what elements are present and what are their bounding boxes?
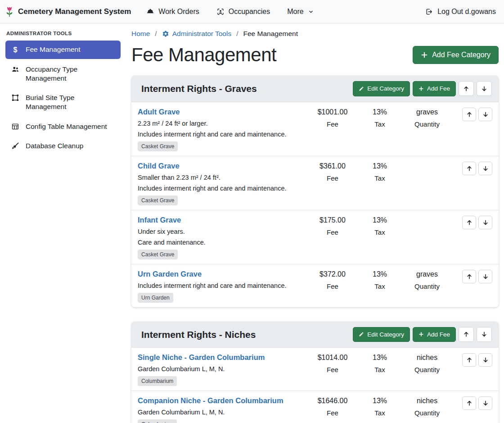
add-fee-button[interactable]: Add Fee <box>413 327 456 342</box>
move-category-up-button[interactable] <box>459 81 474 96</box>
fee-category-card-niches: Interment Rights - Niches Edit Category … <box>131 322 499 423</box>
fee-description: Garden Columbarium L, M, N. <box>138 366 306 373</box>
tax-column: 13% Tax <box>359 353 400 373</box>
fee-reorder-controls <box>454 216 492 229</box>
move-fee-up-button[interactable] <box>462 396 476 410</box>
quantity-unit: graves <box>400 270 454 278</box>
fee-type-badge: Urn Garden <box>138 293 173 303</box>
breadcrumb-home-link[interactable]: Home <box>131 30 150 38</box>
nav-work-orders[interactable]: Work Orders <box>146 8 199 16</box>
sidebar-item-fee-management[interactable]: $ Fee Management <box>5 41 121 59</box>
move-fee-down-button[interactable] <box>478 216 492 229</box>
move-category-up-button[interactable] <box>459 327 474 342</box>
fee-description: Care and maintenance. <box>138 239 306 246</box>
category-header: Interment Rights - Niches Edit Category … <box>131 322 499 348</box>
app-title: Cemetery Management System <box>18 7 131 16</box>
quantity-column: graves Quantity <box>400 270 454 290</box>
add-fee-button[interactable]: Add Fee <box>413 81 456 96</box>
fee-name-link[interactable]: Infant Grave <box>138 216 181 224</box>
arrow-down-icon <box>482 357 489 363</box>
fee-description: Under six years. <box>138 228 306 235</box>
move-fee-up-button[interactable] <box>462 162 476 175</box>
fee-details: Adult Grave 2.23 m² / 24 ft² or larger. … <box>138 108 306 151</box>
tulip-logo-icon <box>4 6 14 18</box>
tax-value: 13% <box>359 353 400 362</box>
arrow-down-icon <box>482 400 489 406</box>
quantity-unit: niches <box>400 353 454 362</box>
tax-label: Tax <box>359 228 400 236</box>
broom-icon <box>11 142 20 150</box>
tax-column: 13% Tax <box>359 270 400 290</box>
fee-row: Infant Grave Under six years. Care and m… <box>131 210 499 264</box>
fee-amount-label: Fee <box>306 174 359 182</box>
quantity-label: Quantity <box>400 409 454 417</box>
breadcrumb-separator: / <box>155 30 157 38</box>
move-category-down-button[interactable] <box>477 81 492 96</box>
fee-row: Child Grave Smaller than 2.23 m² / 24 ft… <box>131 156 499 210</box>
tax-value: 13% <box>359 270 400 278</box>
nav-more-label: More <box>287 8 303 16</box>
fee-reorder-controls <box>454 396 492 410</box>
fee-category-card-graves: Interment Rights - Graves Edit Category … <box>131 76 499 307</box>
fee-description: Includes interment right and care and ma… <box>138 282 306 289</box>
tax-value: 13% <box>359 162 400 170</box>
fee-amount: $1014.00 <box>306 353 359 362</box>
nav-more[interactable]: More <box>287 8 314 16</box>
arrow-down-icon <box>482 219 489 226</box>
vector-square-icon <box>11 94 20 102</box>
move-fee-up-button[interactable] <box>462 108 476 121</box>
breadcrumb-current: Fee Management <box>243 30 298 38</box>
arrow-down-icon <box>482 111 489 118</box>
move-fee-up-button[interactable] <box>462 270 476 283</box>
edit-category-button[interactable]: Edit Category <box>353 81 410 96</box>
breadcrumb-admin-tools-link[interactable]: Administrator Tools <box>162 30 232 38</box>
move-fee-up-button[interactable] <box>462 353 476 367</box>
move-fee-down-button[interactable] <box>478 353 492 367</box>
fee-amount-column: $1014.00 Fee <box>306 353 359 373</box>
main-content: Home / Administrator Tools / Fee Managem… <box>126 23 504 423</box>
move-fee-down-button[interactable] <box>478 108 492 121</box>
fee-name-link[interactable]: Adult Grave <box>138 108 180 116</box>
arrow-up-icon <box>463 331 469 337</box>
move-fee-down-button[interactable] <box>478 270 492 283</box>
move-fee-down-button[interactable] <box>478 162 492 175</box>
fee-amount-column: $175.00 Fee <box>306 216 359 236</box>
quantity-column: niches Quantity <box>400 396 454 417</box>
sidebar-item-config-table-management[interactable]: Config Table Management <box>5 118 121 136</box>
arrow-up-icon <box>466 273 472 280</box>
logout-icon <box>425 8 433 16</box>
fee-amount: $1001.00 <box>306 108 359 116</box>
arrow-up-icon <box>466 400 472 406</box>
sidebar-item-burial-site-type-management[interactable]: Burial Site Type Management <box>5 89 121 116</box>
tax-column: 13% Tax <box>359 108 400 128</box>
tax-label: Tax <box>359 174 400 182</box>
quantity-label: Quantity <box>400 282 454 290</box>
fee-details: Urn Garden Grave Includes interment righ… <box>138 270 306 303</box>
fee-name-link[interactable]: Child Grave <box>138 162 180 170</box>
category-title: Interment Rights - Niches <box>141 328 256 341</box>
sidebar-heading: ADMINISTRATOR TOOLS <box>6 31 120 36</box>
fee-name-link[interactable]: Single Niche - Garden Columbarium <box>138 353 265 362</box>
move-fee-down-button[interactable] <box>478 396 492 410</box>
sidebar-item-database-cleanup[interactable]: Database Cleanup <box>5 137 121 155</box>
nav-occupancies[interactable]: Occupancies <box>216 8 270 16</box>
fee-amount: $372.00 <box>306 270 359 278</box>
sidebar-item-occupancy-type-management[interactable]: Occupancy Type Management <box>5 60 121 87</box>
app-brand[interactable]: Cemetery Management System <box>4 6 131 18</box>
fee-description: Garden Columbarium L, M, N. <box>138 409 306 416</box>
logout-link[interactable]: Log Out d.gowans <box>425 8 496 16</box>
add-fee-category-button[interactable]: Add Fee Category <box>413 46 499 64</box>
dollar-icon: $ <box>11 45 20 55</box>
fee-name-link[interactable]: Companion Niche - Garden Columbarium <box>138 396 284 405</box>
plus-icon <box>418 86 424 91</box>
edit-category-button[interactable]: Edit Category <box>353 327 410 342</box>
fee-name-link[interactable]: Urn Garden Grave <box>138 270 202 278</box>
main-nav: Work Orders Occupancies More <box>146 8 314 16</box>
tax-column: 13% Tax <box>359 162 400 182</box>
fee-type-badge: Casket Grave <box>138 250 178 259</box>
fee-amount-label: Fee <box>306 409 359 417</box>
fee-type-badge: Columbarium <box>138 376 177 386</box>
arrow-up-icon <box>466 357 472 363</box>
move-category-down-button[interactable] <box>477 327 492 342</box>
move-fee-up-button[interactable] <box>462 216 476 229</box>
